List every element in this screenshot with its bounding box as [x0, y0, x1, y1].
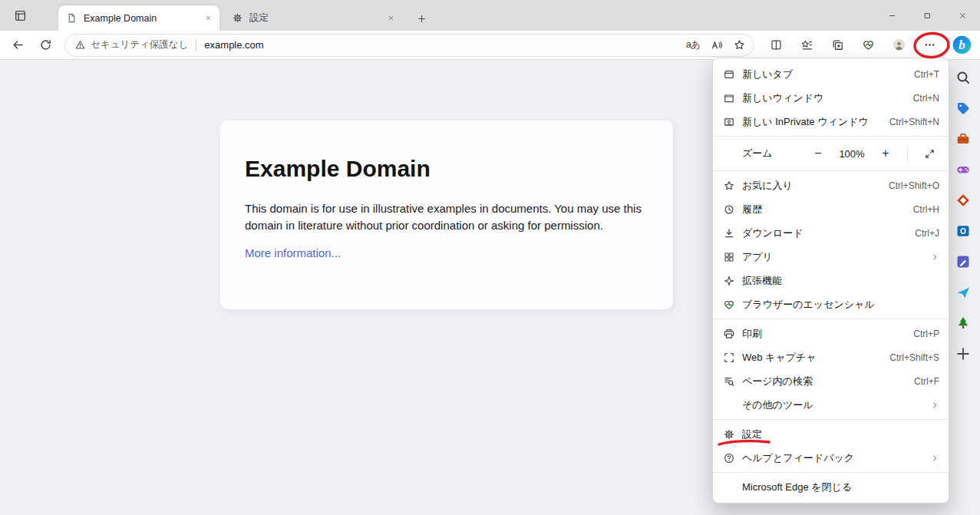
- sidebar-drop-button[interactable]: [953, 282, 973, 302]
- tab-close-button[interactable]: [201, 12, 215, 25]
- address-divider: [196, 39, 196, 51]
- no-icon: [722, 399, 735, 411]
- sidebar-add-button[interactable]: [953, 344, 973, 364]
- translate-button[interactable]: aあ: [681, 34, 704, 57]
- menu-item-print[interactable]: 印刷Ctrl+P: [713, 322, 949, 345]
- menu-item-web-capture[interactable]: Web キャプチャCtrl+Shift+S: [713, 345, 949, 369]
- zoom-out-button[interactable]: −: [808, 144, 828, 163]
- menu-item-new-tab[interactable]: 新しいタブCtrl+T: [713, 62, 949, 86]
- expand-icon: [924, 148, 935, 160]
- menu-separator: [713, 419, 949, 420]
- read-aloud-icon: [710, 38, 723, 51]
- download-icon: [722, 227, 735, 239]
- read-aloud-button[interactable]: [704, 34, 728, 57]
- print-icon: [722, 328, 735, 340]
- maximize-window-button[interactable]: [909, 0, 945, 31]
- url-text: example.com: [204, 39, 681, 51]
- sidebar-shopping-button[interactable]: [953, 98, 973, 118]
- sidebar-games-button[interactable]: [953, 160, 973, 180]
- svg-text:O: O: [960, 227, 966, 236]
- copilot-button[interactable]: b: [948, 33, 975, 58]
- sidebar-microsoft-365-button[interactable]: [953, 190, 973, 210]
- menu-item-downloads[interactable]: ダウンロードCtrl+J: [713, 221, 949, 245]
- menu-item-settings[interactable]: 設定: [713, 422, 949, 446]
- edge-menu: 新しいタブCtrl+T新しいウィンドウCtrl+N新しい InPrivate ウ…: [712, 58, 949, 503]
- warning-icon: [74, 39, 86, 51]
- menu-item-zoom: ズーム−100%+: [713, 139, 949, 168]
- web-capture-icon: [722, 352, 735, 364]
- menu-item-close-edge[interactable]: Microsoft Edge を閉じる: [713, 475, 949, 499]
- menu-item-browser-essentials[interactable]: ブラウザーのエッセンシャル: [713, 292, 949, 316]
- svg-text:b: b: [959, 38, 965, 52]
- close-icon: [205, 15, 212, 21]
- find-icon: [722, 375, 735, 388]
- new-tab-icon: [722, 68, 735, 81]
- minimize-window-button[interactable]: [874, 0, 909, 31]
- more-information-link[interactable]: More information...: [245, 246, 341, 259]
- menu-item-more-tools[interactable]: その他のツール: [713, 393, 949, 417]
- menu-item-label: ページ内の検索: [742, 375, 907, 388]
- menu-separator: [713, 136, 949, 137]
- tab-example-domain[interactable]: Example Domain: [58, 5, 219, 31]
- menu-separator: [713, 319, 949, 319]
- menu-item-label: 履歴: [742, 203, 906, 216]
- close-icon: [388, 15, 394, 21]
- m365-icon: [955, 193, 971, 208]
- zoom-in-button[interactable]: +: [876, 144, 896, 163]
- menu-item-shortcut: Ctrl+Shift+S: [889, 352, 939, 363]
- minimize-icon: [888, 12, 896, 20]
- new-tab-button[interactable]: [413, 10, 430, 27]
- help-icon: [722, 452, 735, 464]
- menu-item-find-on-page[interactable]: ページ内の検索Ctrl+F: [713, 369, 949, 393]
- close-window-icon: [959, 12, 967, 20]
- refresh-button[interactable]: [32, 34, 58, 57]
- sidebar-search-button[interactable]: [953, 68, 973, 87]
- sidebar-outlook-button[interactable]: O: [953, 221, 973, 241]
- menu-item-label: Web キャプチャ: [742, 351, 883, 365]
- close-window-button[interactable]: [945, 0, 980, 31]
- favorite-star-icon: [733, 38, 746, 51]
- maximize-icon: [923, 12, 932, 20]
- menu-item-shortcut: Ctrl+P: [913, 328, 939, 339]
- toolbox-icon: [955, 131, 971, 147]
- games-icon: [955, 162, 971, 177]
- address-bar[interactable]: セキュリティ保護なし example.com aあ: [64, 34, 754, 57]
- menu-item-shortcut: Ctrl+N: [913, 93, 939, 104]
- sidebar-designer-button[interactable]: [953, 252, 973, 272]
- tab-settings[interactable]: 設定: [224, 5, 402, 31]
- tab-actions-button[interactable]: [9, 6, 31, 25]
- more-menu-icon: [923, 38, 936, 51]
- collections-button[interactable]: [822, 34, 853, 57]
- split-screen-button[interactable]: [761, 34, 791, 57]
- menu-item-shortcut: Ctrl+Shift+N: [889, 117, 939, 127]
- chevron-right-icon: [930, 454, 939, 463]
- new-window-icon: [722, 92, 735, 104]
- favorites-hub-button[interactable]: [791, 34, 822, 57]
- menu-item-shortcut: Ctrl+Shift+O: [889, 180, 939, 191]
- tab-close-button[interactable]: [384, 12, 398, 25]
- menu-item-history[interactable]: 履歴Ctrl+H: [713, 197, 949, 221]
- menu-item-new-inprivate-window[interactable]: 新しい InPrivate ウィンドウCtrl+Shift+N: [713, 110, 949, 134]
- apps-icon: [722, 251, 735, 263]
- browser-essentials-button[interactable]: [853, 34, 883, 57]
- menu-item-favorites[interactable]: お気に入りCtrl+Shift+O: [713, 173, 949, 197]
- shopping-icon: [955, 101, 971, 116]
- menu-item-label: 新しいタブ: [742, 68, 907, 81]
- page-title: Example Domain: [245, 156, 648, 182]
- profile-button[interactable]: [883, 34, 914, 57]
- sidebar-grow-tree-button[interactable]: [953, 313, 973, 333]
- add-favorite-button[interactable]: [728, 34, 751, 57]
- menu-item-label: Microsoft Edge を閉じる: [742, 480, 939, 494]
- sidebar-toolbox-button[interactable]: [953, 129, 973, 149]
- fullscreen-button[interactable]: [919, 144, 939, 163]
- more-menu-button[interactable]: [914, 34, 945, 57]
- menu-item-help-feedback[interactable]: ヘルプとフィードバック: [713, 446, 949, 470]
- menu-item-apps[interactable]: アプリ: [713, 245, 949, 269]
- settings-gear-icon: [722, 428, 735, 441]
- menu-item-label: 印刷: [742, 327, 906, 341]
- menu-item-new-window[interactable]: 新しいウィンドウCtrl+N: [713, 86, 949, 110]
- inprivate-icon: [722, 116, 735, 128]
- site-security-chip[interactable]: セキュリティ保護なし: [74, 38, 188, 51]
- back-button[interactable]: [5, 34, 31, 57]
- menu-item-extensions[interactable]: 拡張機能: [713, 269, 949, 292]
